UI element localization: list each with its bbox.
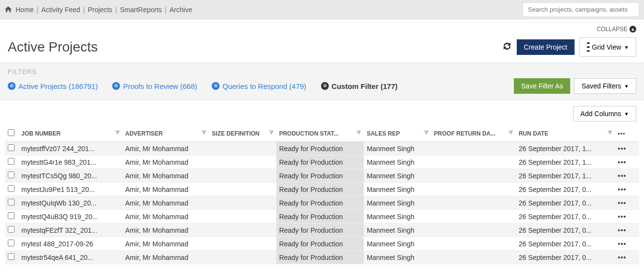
filter-custom[interactable]: ✲ Custom Filter (177) <box>321 82 398 90</box>
nav-home[interactable]: Home <box>16 6 34 14</box>
row-checkbox[interactable] <box>8 253 15 260</box>
saved-filters-label: Saved Filters <box>581 82 621 90</box>
col-sales-rep[interactable]: SALES REP⧩ <box>364 125 431 142</box>
saved-filters-button[interactable]: Saved Filters ▼ <box>574 78 636 94</box>
nav-archive[interactable]: Archive <box>169 6 192 14</box>
filter-active-projects[interactable]: ✲ Active Projects (186791) <box>8 82 98 90</box>
filter-label: Active Projects (186791) <box>18 82 98 90</box>
refresh-icon[interactable] <box>502 42 512 53</box>
row-checkbox[interactable] <box>8 199 15 206</box>
cell-production-status: Ready for Production <box>276 196 364 210</box>
cell-proof-return <box>431 251 516 264</box>
cell-size <box>209 210 276 223</box>
collapse-row: COLLAPSE ▲ <box>0 22 644 33</box>
grid-view-button[interactable]: ▪▪▪▪▪▪▪▪▪ Grid View ▼ <box>579 37 636 57</box>
page-header: Active Projects Create Project ▪▪▪▪▪▪▪▪▪… <box>0 33 644 63</box>
row-checkbox[interactable] <box>8 226 15 233</box>
col-label: SIZE DEFINITION <box>212 130 259 137</box>
caret-down-icon: ▼ <box>624 45 629 50</box>
row-actions-icon[interactable]: ••• <box>618 199 627 207</box>
row-actions-icon[interactable]: ••• <box>618 213 627 221</box>
row-actions-icon[interactable]: ••• <box>618 145 627 153</box>
row-checkbox[interactable] <box>8 185 15 192</box>
filter-icon[interactable]: ⧩ <box>269 129 273 136</box>
cell-job[interactable]: mytestJu9Pe1 513_20... <box>18 183 122 196</box>
gear-icon: ✲ <box>321 82 329 90</box>
cell-advertiser: Amir, Mr Mohammad <box>122 155 209 169</box>
cell-size <box>209 142 276 155</box>
row-checkbox[interactable] <box>8 144 15 151</box>
save-filter-button[interactable]: Save Filter As <box>514 78 570 94</box>
col-advertiser[interactable]: ADVERTISER⧩ <box>122 125 209 142</box>
row-actions-icon[interactable]: ••• <box>618 240 627 248</box>
filter-icon[interactable]: ⧩ <box>424 129 428 136</box>
cell-size <box>209 183 276 196</box>
col-production-status[interactable]: PRODUCTION STAT...⧩ <box>276 125 364 142</box>
create-project-button[interactable]: Create Project <box>517 39 575 55</box>
filter-icon[interactable]: ⧩ <box>115 129 119 136</box>
cell-proof-return <box>431 196 516 210</box>
cell-run-date: 26 September 2017, 0... <box>516 237 615 251</box>
filter-icon[interactable]: ⧩ <box>356 129 361 136</box>
cell-size <box>209 251 276 264</box>
cell-job[interactable]: mytestr54qeA 641_20... <box>18 251 122 264</box>
filters-right: Save Filter As Saved Filters ▼ <box>514 78 636 94</box>
row-checkbox[interactable] <box>8 172 15 178</box>
header-actions: Create Project ▪▪▪▪▪▪▪▪▪ Grid View ▼ <box>502 37 636 57</box>
cell-job[interactable]: mytestTCs5Qg 980_20... <box>18 169 122 183</box>
row-actions-icon[interactable]: ••• <box>618 226 627 234</box>
table-row: mytestTCs5Qg 980_20...Amir, Mr MohammadR… <box>5 169 639 183</box>
col-run-date[interactable]: RUN DATE⧩ <box>516 125 615 142</box>
col-size-definition[interactable]: SIZE DEFINITION⧩ <box>209 125 276 142</box>
cell-job[interactable]: mytest 488_2017-09-26 <box>18 237 122 251</box>
row-actions-icon[interactable]: ••• <box>618 186 627 193</box>
add-columns-button[interactable]: Add Columns ▼ <box>573 106 636 121</box>
cell-production-status: Ready for Production <box>276 183 364 196</box>
select-all-checkbox[interactable] <box>8 129 15 136</box>
cell-run-date: 26 September 2017, 0... <box>516 223 615 237</box>
col-label: PROOF RETURN DA... <box>434 130 496 137</box>
nav-sep: | <box>115 6 117 14</box>
nav-projects[interactable]: Projects <box>88 6 113 14</box>
row-actions-icon[interactable]: ••• <box>618 172 627 180</box>
collapse-button[interactable]: COLLAPSE ▲ <box>597 26 636 33</box>
cell-run-date: 26 September 2017, 0... <box>516 196 615 210</box>
col-label: PRODUCTION STAT... <box>279 130 339 137</box>
nav-activity-feed[interactable]: Activity Feed <box>41 6 80 14</box>
row-checkbox[interactable] <box>8 240 15 246</box>
row-checkbox[interactable] <box>8 212 15 219</box>
table-row: mytestqFEzfT 322_201...Amir, Mr Mohammad… <box>5 223 639 237</box>
cell-job[interactable]: mytestQ4uB3Q 919_20... <box>18 210 122 223</box>
col-select-all <box>5 125 18 142</box>
search-input[interactable] <box>523 2 639 17</box>
more-icon[interactable]: ••• <box>618 130 626 137</box>
cell-size <box>209 196 276 210</box>
cell-job[interactable]: mytesttG4r1e 983_201... <box>18 155 122 169</box>
cell-job[interactable]: mytestffVz07 244_201... <box>18 142 122 155</box>
filter-proofs-to-review[interactable]: ✲ Proofs to Review (668) <box>112 82 197 90</box>
cell-production-status: Ready for Production <box>276 237 364 251</box>
cell-advertiser: Amir, Mr Mohammad <box>122 196 209 210</box>
col-job-number[interactable]: JOB NUMBER⧩ <box>18 125 122 142</box>
projects-table: JOB NUMBER⧩ ADVERTISER⧩ SIZE DEFINITION⧩… <box>5 125 639 264</box>
cell-size <box>209 237 276 251</box>
row-checkbox[interactable] <box>8 158 15 165</box>
cell-production-status: Ready for Production <box>276 223 364 237</box>
filter-queries-to-respond[interactable]: ✲ Queries to Respond (479) <box>212 82 306 90</box>
row-actions-icon[interactable]: ••• <box>618 254 627 261</box>
table-row: mytestQuIqWb 130_20...Amir, Mr MohammadR… <box>5 196 639 210</box>
row-actions-icon[interactable]: ••• <box>618 158 627 166</box>
cell-job[interactable]: mytestqFEzfT 322_201... <box>18 223 122 237</box>
nav-sep: | <box>36 6 38 14</box>
col-proof-return-date[interactable]: PROOF RETURN DA...⧩ <box>431 125 516 142</box>
cell-production-status: Ready for Production <box>276 142 364 155</box>
nav-smartreports[interactable]: SmartReports <box>120 6 162 14</box>
cell-run-date: 26 September 2017, 0... <box>516 183 615 196</box>
cell-run-date: 26 September 2017, 0... <box>516 251 615 264</box>
add-columns-row: Add Columns ▼ <box>0 100 644 125</box>
cell-job[interactable]: mytestQuIqWb 130_20... <box>18 196 122 210</box>
filter-icon[interactable]: ⧩ <box>508 129 513 136</box>
filter-icon[interactable]: ⧩ <box>202 129 206 136</box>
filter-label: Queries to Respond (479) <box>222 82 306 90</box>
filter-icon[interactable]: ⧩ <box>608 129 612 136</box>
